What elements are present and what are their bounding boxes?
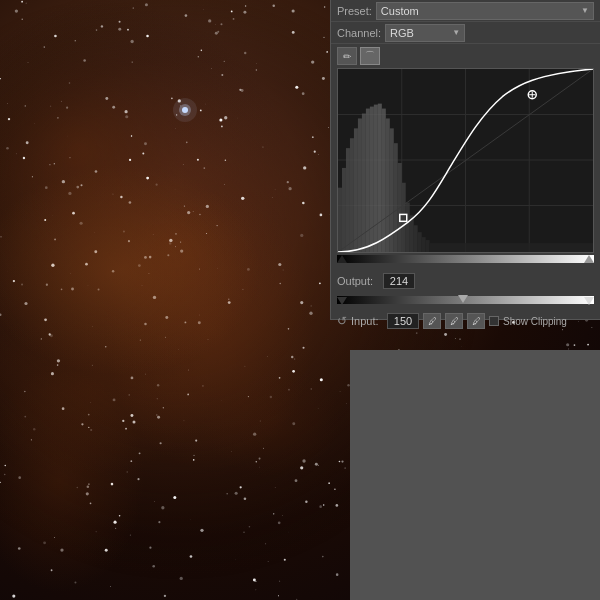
recycle-icon: ↺ — [337, 314, 347, 328]
workspace-area — [350, 350, 600, 600]
input-white-handle[interactable] — [584, 297, 594, 305]
output-black-handle[interactable] — [337, 255, 347, 263]
svg-rect-28 — [426, 240, 430, 252]
preset-label: Preset: — [337, 5, 372, 17]
svg-rect-15 — [374, 105, 378, 252]
channel-arrow-icon: ▼ — [452, 28, 460, 37]
tools-row: ✏ ⌒ — [331, 44, 600, 68]
svg-rect-27 — [422, 237, 426, 252]
show-clipping-checkbox[interactable] — [489, 316, 499, 326]
pencil-tool-button[interactable]: ✏ — [337, 47, 357, 65]
svg-rect-8 — [346, 148, 350, 252]
curves-graph[interactable] — [337, 68, 594, 253]
svg-rect-23 — [406, 203, 410, 252]
svg-rect-25 — [414, 225, 418, 252]
svg-rect-17 — [382, 109, 386, 252]
curve-tool-button[interactable]: ⌒ — [360, 47, 380, 65]
svg-rect-9 — [350, 138, 354, 252]
black-point-eyedropper-button[interactable]: 🖊 — [423, 313, 441, 329]
white-point-eyedropper-button[interactable]: 🖊 — [467, 313, 485, 329]
channel-row: Channel: RGB ▼ — [331, 22, 600, 44]
svg-rect-20 — [394, 143, 398, 252]
preset-row: Preset: Custom ▼ — [331, 0, 600, 22]
svg-rect-6 — [338, 188, 342, 252]
svg-rect-26 — [418, 232, 422, 252]
output-value-input[interactable] — [383, 273, 415, 289]
input-black-handle[interactable] — [337, 297, 347, 305]
input-mid-handle[interactable] — [458, 295, 468, 303]
output-section: Output: — [331, 269, 600, 293]
svg-rect-29 — [430, 243, 593, 252]
preset-dropdown[interactable]: Custom ▼ — [376, 2, 594, 20]
show-clipping-label[interactable]: Show Clipping — [503, 316, 567, 327]
output-gradient-bar — [337, 255, 594, 263]
svg-rect-18 — [386, 118, 390, 252]
svg-rect-10 — [354, 128, 358, 252]
output-row: Output: — [337, 272, 594, 290]
svg-rect-14 — [370, 107, 374, 252]
channel-dropdown[interactable]: RGB ▼ — [385, 24, 465, 42]
output-gradient-slider[interactable] — [337, 255, 594, 267]
svg-rect-16 — [378, 104, 382, 252]
svg-rect-7 — [342, 168, 346, 252]
bottom-row: ↺ Input: 🖊 🖊 🖊 Show Clipping — [331, 310, 600, 332]
input-gradient-slider[interactable] — [337, 296, 594, 310]
channel-label: Channel: — [337, 27, 381, 39]
dropdown-arrow-icon: ▼ — [581, 6, 589, 15]
gray-point-eyedropper-button[interactable]: 🖊 — [445, 313, 463, 329]
svg-rect-22 — [402, 183, 406, 252]
input-value-input[interactable] — [387, 313, 419, 329]
curves-grid-svg — [338, 69, 593, 252]
svg-rect-12 — [362, 114, 366, 252]
output-label: Output: — [337, 275, 379, 287]
curves-panel: Preset: Custom ▼ Channel: RGB ▼ ✏ ⌒ — [330, 0, 600, 320]
input-label: Input: — [351, 315, 383, 327]
svg-rect-11 — [358, 118, 362, 252]
output-white-handle[interactable] — [584, 255, 594, 263]
